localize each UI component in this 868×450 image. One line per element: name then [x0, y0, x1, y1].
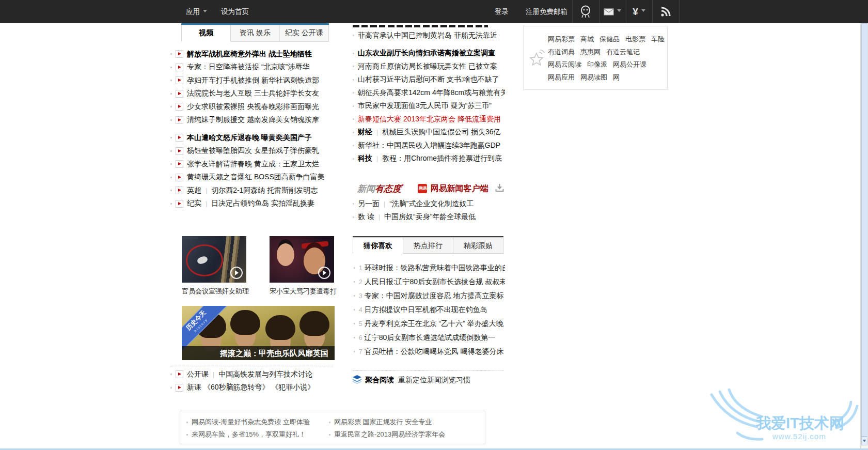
play-icon[interactable]: [176, 370, 183, 378]
portal-link[interactable]: 网易应用: [548, 73, 575, 82]
news-link[interactable]: 新春短信大赛 2013年北京两会 降低流通费用: [358, 115, 501, 124]
portal-link[interactable]: 网易云阅读: [548, 60, 581, 69]
play-button-icon[interactable]: [230, 267, 243, 279]
portal-link[interactable]: 有道云笔记: [606, 48, 640, 57]
ranked-link[interactable]: 人民日报:辽宁80后女副市长选拔合规 叔叔未: [365, 277, 505, 287]
tab-2[interactable]: 热点排行: [403, 237, 453, 254]
portal-link[interactable]: 电影票: [625, 35, 645, 44]
news-category-link[interactable]: 科技: [358, 154, 372, 163]
video-thumbnail-1[interactable]: [182, 236, 246, 283]
play-icon[interactable]: [176, 134, 183, 142]
news-link[interactable]: 新课 《60秒脑筋急转弯》 《犯罪小说》: [187, 383, 314, 392]
news-link[interactable]: 黄绮珊天籁之音爆红 BOSS团高薪争白富美: [187, 173, 325, 182]
apps-menu[interactable]: 应用: [186, 0, 207, 23]
register-mail-link[interactable]: 注册免费邮箱: [526, 0, 567, 23]
play-icon[interactable]: [176, 103, 183, 111]
news-category-link[interactable]: 财经: [358, 128, 372, 137]
ranked-link[interactable]: 环球时报：铁路私营意味着中国铁路事业的自: [365, 263, 505, 273]
ranked-link[interactable]: 专家：中国对腐败过度容忍 地方提高立案标: [365, 291, 504, 301]
play-icon[interactable]: [176, 160, 183, 168]
play-icon[interactable]: [176, 116, 183, 124]
portal-link[interactable]: 网易读图: [580, 73, 607, 82]
promo-link[interactable]: 重返民富之路-2013网易经济学家年会: [334, 430, 445, 439]
news-link[interactable]: 新华社：中国居民收入增幅连续3年跑赢GDP: [358, 141, 500, 150]
news-link[interactable]: 杨钰莹被曝堕胎四次 女星拍戏子弹伤豪乳: [187, 146, 319, 156]
news-link[interactable]: 法院院长与老人互殴 三士兵轮奸学长女友: [187, 89, 319, 98]
news-link[interactable]: 朝征兵身高要求142cm 4年降8cm或与粮荒有关: [358, 88, 505, 98]
ranked-link[interactable]: 丹麦亨利克亲王在北京 “乙十六” 举办盛大晚: [365, 319, 503, 329]
play-icon[interactable]: [176, 147, 183, 155]
netease-mascot-icon[interactable]: [572, 0, 599, 23]
news-link[interactable]: 菲高官承认中国已控制黄岩岛 菲船无法靠近: [358, 31, 497, 40]
scrollbar-thumb[interactable]: [861, 23, 867, 437]
promo-link[interactable]: 网易彩票 国家正规发行 安全专业: [334, 417, 432, 427]
news-link[interactable]: 山村获习近平访后慰问不断 支书:啥也不缺了: [358, 75, 499, 84]
rss-icon[interactable]: [652, 0, 679, 23]
portal-link[interactable]: 网易彩票: [548, 35, 575, 44]
video-caption-2[interactable]: 宋小宝大骂刁妻遭毒打: [270, 287, 337, 296]
video-thumbnail-2[interactable]: [270, 236, 334, 283]
ranked-link[interactable]: 日方拟提议中日军机都不出现在钓鱼岛: [365, 305, 487, 315]
news-category-link[interactable]: 另一面: [358, 199, 380, 209]
play-icon[interactable]: [176, 50, 183, 58]
news-link[interactable]: 孕妇开车打手机被推倒 新华社讽刺铁道部: [187, 76, 319, 85]
video-caption-1[interactable]: 官员会议室强奸女助理: [182, 287, 249, 296]
news-link[interactable]: 机械巨头误购中国造假公司 损失36亿: [382, 128, 500, 137]
news-link[interactable]: 本山遭哈文怒斥退春晚 曝黄奕美国产子: [187, 133, 312, 143]
news-link[interactable]: 市民家中发现面值3元人民币 疑为“苏三币”: [358, 101, 492, 111]
ranked-link[interactable]: 官员吐槽：公款吃喝喝坏党风 喝得老婆分床: [365, 347, 504, 356]
scrollbar-down-button[interactable]: [861, 437, 867, 445]
portal-link[interactable]: 车险: [651, 35, 665, 44]
tab-1[interactable]: 猜你喜欢: [353, 237, 403, 254]
news-category-link[interactable]: 纪实: [187, 199, 201, 208]
news-link[interactable]: 清纯妹子制服援交 越南发廊美女销魂按摩: [187, 115, 319, 125]
play-icon[interactable]: [176, 174, 183, 181]
portal-link[interactable]: 网: [613, 73, 620, 82]
play-icon[interactable]: [176, 187, 183, 194]
news-link[interactable]: 山东农业副厅长向情妇承诺离婚被立案调查: [358, 49, 495, 58]
banner-caption[interactable]: 摇滚之巅：甲壳虫乐队风靡英国: [182, 346, 335, 360]
portal-link[interactable]: 惠惠网: [580, 48, 601, 57]
news-category-link[interactable]: 公开课: [187, 370, 209, 379]
tab-3[interactable]: 精彩跟贴: [453, 237, 503, 254]
news-link[interactable]: 张学友详解请辞春晚 黄立成：王家卫太烂: [187, 160, 319, 169]
play-button-icon[interactable]: [318, 267, 330, 279]
history-today-banner[interactable]: 历史今天history 摇滚之巅：甲壳虫乐队风靡英国: [182, 306, 335, 360]
download-icon[interactable]: [495, 183, 504, 194]
login-link[interactable]: 登录: [495, 0, 509, 23]
set-homepage-link[interactable]: 设为首页: [221, 0, 249, 23]
news-category-link[interactable]: 英超: [187, 186, 201, 195]
play-icon[interactable]: [176, 200, 183, 208]
scrollbar-track[interactable]: [860, 23, 868, 450]
portal-link[interactable]: 网易公开课: [613, 60, 646, 69]
news-link[interactable]: 日决定占领钓鱼岛 实拍淫乱换妻: [211, 199, 314, 208]
portal-link[interactable]: 印像派: [587, 60, 607, 69]
portal-link[interactable]: 商城: [580, 35, 594, 44]
play-icon[interactable]: [176, 90, 183, 98]
news-category-link[interactable]: 数 读: [358, 212, 374, 222]
mail-icon[interactable]: [599, 0, 626, 23]
news-link[interactable]: 河南商丘原信访局长被曝玩弄女性 已被立案: [358, 62, 497, 71]
promo-link[interactable]: 网易阅读-海量好书杂志免费读 立即体验: [192, 417, 310, 427]
news-link[interactable]: 解放军战机座椅意外弹出 战士坠地牺牲: [187, 50, 312, 59]
news-link[interactable]: “洗脑”式企业文化制造奴工: [389, 199, 474, 209]
tab-3[interactable]: 纪实 公开课: [280, 25, 329, 42]
ranked-link[interactable]: 辽宁80后女副市长遴选笔试成绩倒数第一: [365, 333, 496, 343]
news-link[interactable]: 少女求职被索裸照 央视春晚彩排画面曝光: [187, 102, 319, 112]
tab-2[interactable]: 资讯 娱乐: [231, 25, 280, 42]
portal-link[interactable]: 有道词典: [548, 48, 575, 57]
portal-link[interactable]: 保健品: [599, 35, 620, 44]
news-link[interactable]: 教程：用Chrome插件将抢票进行到底: [382, 154, 502, 163]
play-icon[interactable]: [176, 76, 183, 84]
play-icon[interactable]: [176, 64, 183, 71]
aggregate-reading-link[interactable]: 聚合阅读: [365, 376, 394, 385]
news-link[interactable]: 中国房奴“卖身”年龄全球最低: [384, 212, 476, 222]
news-link[interactable]: 中国高铁发展与列车技术讨论: [218, 370, 312, 379]
news-link[interactable]: 专家：日空降将被活捉 “北京咳”涉辱华: [187, 63, 309, 72]
promo-link[interactable]: 来网易车险，多省15%，享双重好礼！: [192, 430, 306, 439]
tab-1[interactable]: 视频: [181, 25, 231, 42]
news-client-link[interactable]: 网易新闻客户端: [430, 183, 488, 194]
money-yen-icon[interactable]: ¥: [626, 0, 652, 23]
news-link[interactable]: 切尔西2-1阿森纳 托雷斯削发明志: [211, 186, 318, 195]
play-icon[interactable]: [176, 384, 183, 392]
